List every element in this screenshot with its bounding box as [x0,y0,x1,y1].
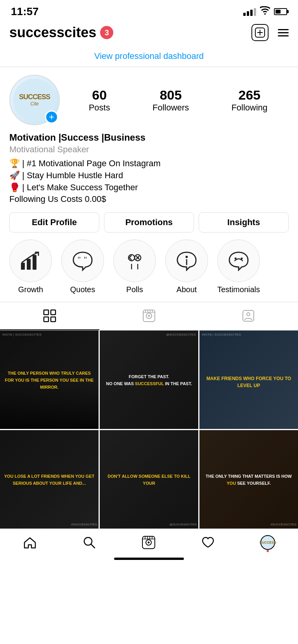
svg-point-16 [185,256,188,258]
battery-icon [274,8,287,15]
svg-point-33 [247,313,250,316]
reels-nav-icon [142,536,156,549]
svg-rect-23 [51,317,55,322]
bio-line-2: 🚀 | Stay Humble Hustle Hard [9,170,289,182]
highlights-inner: Growth " " Quotes [0,239,298,299]
svg-point-18 [235,258,237,260]
highlights-section: Growth " " Quotes [0,232,298,299]
svg-rect-21 [51,310,55,315]
grid-section: INSTA | SUCCESSCITES THE ONLY PERSON WHO… [0,331,298,529]
svg-rect-5 [33,255,36,270]
grid-post-4[interactable]: #SUCCESSCITES YOU LOSE A LOT FRIENDS WHE… [0,430,99,529]
highlight-growth[interactable]: Growth [9,239,52,294]
home-indicator [114,558,184,560]
reels-icon [142,309,156,322]
nav-home[interactable] [23,536,37,549]
header-right [251,24,289,41]
grid-icon [43,309,56,322]
posts-label: Posts [89,103,110,112]
grid-post-5[interactable]: @SUCCESSCITES DON'T ALLOW SOMEONE ELSE T… [100,430,198,529]
avatar-text-cite: Cite [30,101,38,107]
svg-point-38 [147,542,149,544]
tabs-row [0,302,298,331]
highlight-testimonials-circle [217,239,260,282]
tab-grid[interactable] [0,302,99,330]
avatar-wrap[interactable]: SUCCESS Cite + [9,75,60,125]
svg-text:": " [78,255,81,264]
bottom-nav: SUCCESS [0,529,298,554]
svg-point-26 [148,315,150,317]
nav-profile-dot [267,550,269,552]
highlight-quotes-circle: " " [61,239,104,282]
posts-count: 60 [89,88,110,103]
insights-button[interactable]: Insights [199,212,289,232]
nav-profile[interactable]: SUCCESS [260,535,275,550]
stat-followers[interactable]: 805 Followers [152,88,189,113]
stat-posts[interactable]: 60 Posts [89,88,110,113]
action-buttons: Edit Profile Promotions Insights [0,205,298,232]
tab-tagged[interactable] [199,302,298,330]
highlight-about-label: About [177,285,197,294]
highlight-about[interactable]: About [165,239,208,294]
signal-icon [243,7,256,16]
edit-profile-button[interactable]: Edit Profile [9,212,99,232]
grid-post-2[interactable]: @SUCCESSCITES FORGET THE PAST.NO ONE WAS… [100,331,198,429]
profile-top: SUCCESS Cite + 60 Posts 805 Followers 26… [9,75,289,125]
bio-line-4: Following Us Costs 0.00$ [9,193,289,205]
nav-profile-avatar: SUCCESS [260,535,275,550]
highlight-quotes-label: Quotes [70,285,95,294]
heart-icon [201,536,215,549]
add-button[interactable] [251,24,269,41]
status-bar: 11:57 [0,0,298,21]
status-icons [243,6,287,17]
username: successcites [9,24,96,41]
highlight-growth-label: Growth [18,285,43,294]
tagged-icon [242,309,255,322]
wifi-icon [260,6,270,17]
grid-post-1[interactable]: INSTA | SUCCESSCITES THE ONLY PERSON WHO… [0,331,99,429]
dashboard-link[interactable]: View professional dashboard [94,51,204,61]
grid-post-6[interactable]: #SUCCESSCITES THE ONLY THING THAT MATTER… [199,430,298,529]
stats-row: 60 Posts 805 Followers 265 Following [68,88,289,113]
bottom-pill-area [0,554,298,566]
highlight-quotes[interactable]: " " Quotes [61,239,104,294]
home-icon [23,536,37,549]
followers-label: Followers [152,103,189,112]
svg-point-19 [241,258,243,260]
search-icon [82,536,96,549]
highlight-testimonials-label: Testimonials [217,285,260,294]
profile-section: SUCCESS Cite + 60 Posts 805 Followers 26… [0,67,298,125]
promotions-button[interactable]: Promotions [104,212,194,232]
add-story-button[interactable]: + [45,110,58,124]
bio-category: Motivational Speaker [9,145,289,155]
svg-line-35 [91,544,95,548]
bio-line-1: 🏆 | #1 Motivational Page On Instagram [9,158,289,170]
grid-post-3[interactable]: INSTA | SUCCESSCITES MAKE FRIENDS WHO FO… [199,331,298,429]
avatar-text-success: SUCCESS [19,93,50,101]
highlight-polls-label: Polls [126,285,143,294]
bio-name: Motivation |Success |Business [9,132,289,143]
highlight-polls-circle [113,239,156,282]
notification-badge[interactable]: 3 [100,26,113,39]
stat-following[interactable]: 265 Following [231,88,267,113]
highlight-testimonials[interactable]: Testimonials [217,239,260,294]
svg-rect-20 [44,310,49,315]
followers-count: 805 [152,88,189,103]
svg-text:": " [84,255,87,264]
tab-reels[interactable] [99,302,199,330]
svg-rect-3 [21,263,25,270]
nav-search[interactable] [82,536,96,549]
highlight-about-circle [165,239,208,282]
nav-likes[interactable] [201,536,215,549]
svg-point-34 [84,537,92,545]
status-time: 11:57 [11,5,39,18]
nav-reels[interactable] [142,536,156,549]
highlight-polls[interactable]: Polls [113,239,156,294]
following-label: Following [231,103,267,112]
svg-rect-22 [44,317,49,322]
header: successcites 3 [0,21,298,46]
svg-rect-4 [27,259,31,270]
header-left: successcites 3 [9,24,113,41]
menu-button[interactable] [278,29,289,36]
highlight-growth-circle [9,239,52,282]
